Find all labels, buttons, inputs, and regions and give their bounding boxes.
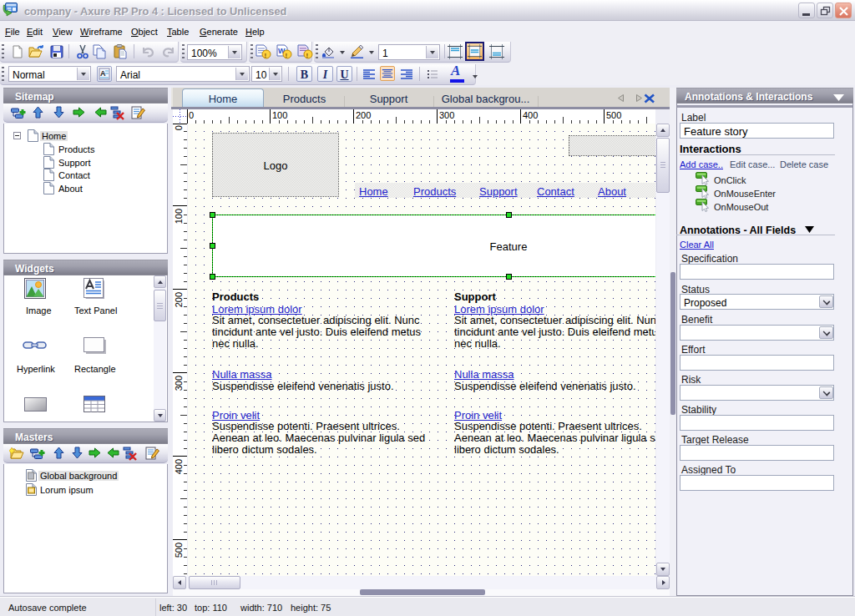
svg-text:A: A [100, 69, 106, 78]
svg-text:500: 500 [174, 543, 184, 558]
svg-text:100: 100 [174, 209, 184, 224]
svg-text:200: 200 [356, 110, 371, 120]
svg-text:400: 400 [174, 459, 184, 474]
svg-text:400: 400 [523, 110, 538, 120]
svg-text:300: 300 [439, 110, 454, 120]
svg-text:0: 0 [174, 125, 184, 130]
svg-text:0: 0 [189, 110, 194, 120]
svg-text:!: ! [265, 52, 267, 59]
svg-text:300: 300 [174, 376, 184, 391]
svg-text:!: ! [306, 52, 309, 59]
svg-text:200: 200 [174, 292, 184, 307]
svg-text:100: 100 [272, 110, 287, 120]
svg-text:500: 500 [606, 110, 621, 120]
svg-text:!: ! [286, 52, 288, 59]
